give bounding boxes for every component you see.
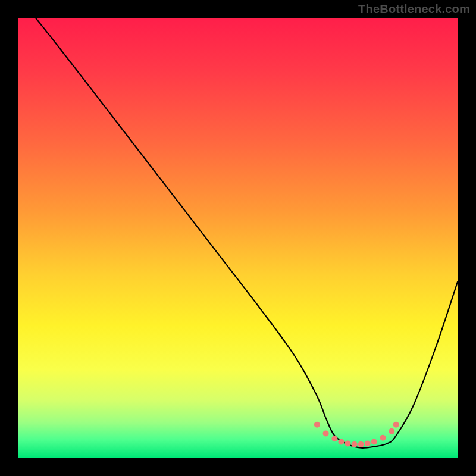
valley-dot [371, 439, 377, 444]
valley-dot [314, 422, 320, 428]
curve-line [36, 18, 458, 448]
valley-dot [338, 439, 344, 444]
valley-dot [365, 440, 371, 446]
valley-dot [352, 441, 358, 447]
valley-dot [345, 440, 351, 446]
valley-dot [331, 436, 337, 441]
valley-dot [389, 428, 394, 434]
chart-svg [18, 18, 458, 458]
valley-dot [393, 422, 399, 428]
valley-dot [358, 441, 364, 447]
watermark-text: TheBottleneck.com [358, 2, 470, 16]
valley-dot [323, 430, 329, 436]
chart-frame: TheBottleneck.com [0, 0, 476, 476]
plot-area [18, 18, 458, 458]
valley-dot [380, 435, 386, 441]
